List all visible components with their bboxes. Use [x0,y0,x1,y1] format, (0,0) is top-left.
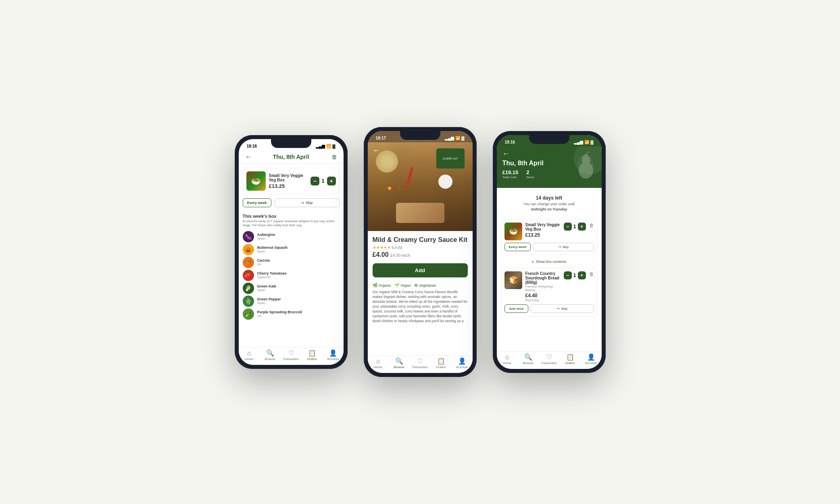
nav-browse-label-1: Browse [265,357,275,361]
skip-btn-3b[interactable]: ↪ Skip [531,304,594,313]
nav-account-3[interactable]: 👤 Account [581,354,602,365]
list-item: 🥕 Carrots UK [243,257,340,268]
nav-orders-label-2: Orders [436,365,446,369]
nav-account-1[interactable]: 👤 Account [323,350,344,361]
nav-browse-3[interactable]: 🔍 Browse [518,354,539,365]
notch-2 [400,131,440,140]
nav-browse-2[interactable]: 🔍 Browse [389,358,410,369]
nav-home-label-1: Home [245,357,253,361]
battery-icon-2: ▓ [461,136,464,140]
account-icon-3: 👤 [587,354,595,360]
nav-favs-label-3: Favourites [542,361,557,365]
battery-icon-1: ▓ [332,144,335,148]
account-icon: 👤 [329,350,337,356]
item-price-1: £13.25 [525,232,561,238]
qty-increase-1[interactable]: + [327,177,336,185]
skip-label-3a: Skip [563,245,569,249]
item-header-2: 🍞 French Country Sourdough Bread (800g) … [504,271,594,302]
nav-home-label-2: Home [374,365,382,369]
p1-header: ← Thu, 8th April 🗑 [239,150,344,164]
item-details-1: Small Very Veggie Veg Box £13.25 [525,223,561,238]
veg-img-kale: 🥬 [243,283,254,294]
list-item: 🍆 Aubergine Spain [243,231,340,242]
nav-favs-2[interactable]: ♡ Favourites [410,358,431,369]
organic-badge: 🌿 Organic [373,283,392,287]
just-once-btn-3b[interactable]: Just once [504,304,528,313]
every-week-btn-1[interactable]: Every week [243,198,271,207]
trash-icon-3b[interactable]: 🗑 [589,271,594,277]
days-left: 14 days left [504,195,594,201]
qty-decrease-3a[interactable]: − [564,223,572,231]
trash-icon-3a[interactable]: 🗑 [589,223,594,228]
nav-browse-1[interactable]: 🔍 Browse [260,350,281,361]
add-button-2[interactable]: Add [373,263,468,277]
every-week-btn-3a[interactable]: Every week [504,243,531,251]
trash-icon-1[interactable]: 🗑 [331,154,337,160]
favourites-icon-2: ♡ [417,358,423,364]
info-box-3: 14 days left You can change your order u… [501,192,598,215]
nav-home-1[interactable]: ⌂ Home [239,350,260,361]
list-item: 🍅 Cherry Tomatoes Spain/UK [243,270,340,281]
qty-increase-3b[interactable]: + [578,271,586,279]
nav-favs-1[interactable]: ♡ Favourites [281,350,302,361]
time-1: 18:16 [247,144,257,148]
orders-icon: 📋 [308,350,316,356]
veg-origin-cherry: Spain/UK [257,275,287,279]
time-3: 18:16 [505,140,515,144]
home-icon-2: ⌂ [376,358,380,364]
items-count-value: 2 [526,169,534,175]
screen-3: ← Thu, 8th April £19.15 Total Cost 2 Ite… [497,146,602,351]
qty-increase-3a[interactable]: + [578,223,586,231]
show-box-contents[interactable]: ∨ Show box contents [501,258,598,265]
nav-home-label-3: Home [503,361,511,365]
veg-origin-pepper: Spain [257,301,281,305]
product-title-2: Mild & Creamy Curry Sauce Kit [373,236,468,244]
nav-account-label-3: Account [585,361,597,365]
chevron-down-icon: ∨ [532,260,534,264]
nav-account-2[interactable]: 👤 Account [452,358,473,369]
qty-decrease-1[interactable]: − [311,177,319,185]
back-arrow-2[interactable]: ← [373,146,381,155]
organic-icon: 🌿 [373,283,377,287]
change-deadline: midnight on Tuesday [531,207,567,211]
skip-label-1: Skip [306,201,313,205]
price-row-2: £4.00 £4.00 each [373,251,468,258]
stars-display: ★★★★★ [373,245,391,250]
status-icons-3: ▂▄▆ 📶 ▓ [574,140,593,144]
back-arrow-1[interactable]: ← [245,153,252,161]
veg-name-broccoli: Purple Sprouting Broccoli [257,310,302,314]
list-item: 🎃 Butternut Squash Spain [243,244,340,255]
change-info: You can change your order until midnight… [504,202,594,212]
veg-origin-carrots: UK [257,262,270,266]
skip-btn-3a[interactable]: ↪ Skip [533,243,594,251]
vegan-icon: 🌱 [394,283,399,287]
skip-arrow-3a: ↪ [559,245,561,249]
veg-name-pepper: Green Pepper [257,297,281,301]
qty-decrease-3b[interactable]: − [564,271,572,279]
items-count-stat: 2 Items [526,169,534,179]
veg-info-carrots: Carrots UK [257,258,270,266]
nav-home-3[interactable]: ⌂ Home [497,354,518,365]
veg-origin-butternut: Spain [257,250,288,253]
product-price-1: £13.25 [269,183,307,189]
time-2: 18:17 [376,136,386,140]
packet-decoration: CURRY KIT [436,148,465,169]
nav-orders-1[interactable]: 📋 Orders [302,350,323,361]
total-cost-label: Total Cost [502,175,519,179]
items-count-label: Items [526,175,534,179]
vegetarian-badge: ♻ Vegetarian [414,283,436,287]
nav-home-2[interactable]: ⌂ Home [368,358,389,369]
veg-info-cherry: Cherry Tomatoes Spain/UK [257,271,287,279]
screen-1: ← Thu, 8th April 🗑 🥗 Small Very Veggie V… [239,150,344,347]
nav-favs-3[interactable]: ♡ Favourites [539,354,560,365]
veg-list-1: 🍆 Aubergine Spain 🎃 Butternut Squash Spa… [243,231,340,320]
cutting-board [396,203,444,223]
nav-orders-2[interactable]: 📋 Orders [431,358,452,369]
item-sub-2: Famous Hedgehog Bakery [525,285,561,292]
veg-name-aubergine: Aubergine [257,233,275,237]
nav-orders-3[interactable]: 📋 Orders [560,354,581,365]
order-item-1: 🥗 Small Very Veggie Veg Box £13.25 − 1 + [501,219,598,255]
show-box-label: Show box contents [536,260,566,264]
skip-btn-1[interactable]: ↪ Skip [275,198,340,207]
total-cost-value: £19.15 [502,169,519,175]
